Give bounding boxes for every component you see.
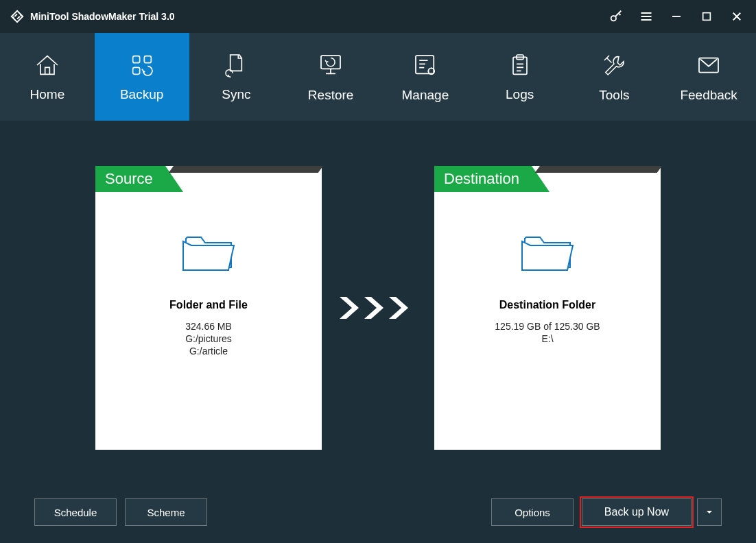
source-size: 324.66 MB [95, 321, 322, 332]
schedule-button[interactable]: Schedule [34, 498, 117, 526]
nav-restore[interactable]: Restore [283, 33, 378, 121]
svg-point-0 [611, 16, 616, 21]
destination-tab-label: Destination [434, 166, 532, 192]
nav-tools[interactable]: Tools [567, 33, 662, 121]
transfer-arrows-icon [337, 293, 419, 323]
nav-restore-label: Restore [308, 88, 354, 103]
nav-manage[interactable]: Manage [378, 33, 473, 121]
menu-button[interactable] [631, 3, 661, 30]
destination-title: Destination Folder [434, 299, 661, 311]
backup-now-dropdown[interactable] [697, 498, 722, 526]
source-path-0: G:/pictures [95, 333, 322, 344]
source-path-1: G:/article [95, 346, 322, 357]
source-card[interactable]: Source Folder and File 324.66 MB G:/pict… [95, 166, 322, 450]
footer-bar: Schedule Scheme Options Back up Now [0, 481, 756, 543]
source-title: Folder and File [95, 299, 322, 311]
folder-icon [95, 228, 322, 277]
scheme-button[interactable]: Scheme [125, 498, 207, 526]
svg-rect-2 [132, 56, 139, 63]
nav-bar: Home Backup Sync Restore Manage Logs Too… [0, 33, 756, 121]
nav-home[interactable]: Home [0, 33, 95, 121]
nav-sync-label: Sync [222, 87, 250, 102]
folder-icon [434, 228, 661, 277]
key-button[interactable] [601, 3, 631, 30]
nav-sync[interactable]: Sync [189, 33, 284, 121]
svg-rect-1 [703, 13, 711, 21]
nav-feedback[interactable]: Feedback [661, 33, 756, 121]
nav-backup-label: Backup [120, 87, 163, 102]
nav-manage-label: Manage [402, 88, 449, 103]
chevron-down-icon [705, 508, 713, 516]
nav-feedback-label: Feedback [680, 88, 737, 103]
svg-rect-4 [132, 67, 139, 74]
options-button[interactable]: Options [491, 498, 574, 526]
backup-now-button[interactable]: Back up Now [582, 498, 692, 526]
destination-path: E:\ [434, 333, 661, 344]
destination-card[interactable]: Destination Destination Folder 125.19 GB… [434, 166, 661, 450]
nav-logs[interactable]: Logs [473, 33, 567, 121]
main-panel: Source Folder and File 324.66 MB G:/pict… [0, 121, 756, 481]
maximize-button[interactable] [692, 3, 722, 30]
destination-size: 125.19 GB of 125.30 GB [434, 321, 661, 332]
minimize-button[interactable] [661, 3, 692, 30]
nav-tools-label: Tools [599, 88, 629, 103]
source-card-body: Folder and File 324.66 MB G:/pictures G:… [95, 166, 322, 357]
nav-logs-label: Logs [506, 87, 534, 102]
app-title: MiniTool ShadowMaker Trial 3.0 [30, 11, 175, 22]
svg-rect-3 [144, 56, 151, 63]
nav-home-label: Home [30, 87, 65, 102]
close-button[interactable] [722, 3, 752, 30]
titlebar: MiniTool ShadowMaker Trial 3.0 [0, 0, 756, 33]
destination-tab-strip: Destination [434, 166, 661, 192]
source-tab-label: Source [95, 166, 165, 192]
nav-backup[interactable]: Backup [95, 33, 189, 121]
source-tab-strip: Source [95, 166, 322, 192]
destination-card-body: Destination Folder 125.19 GB of 125.30 G… [434, 166, 661, 344]
app-logo-icon [10, 9, 25, 24]
